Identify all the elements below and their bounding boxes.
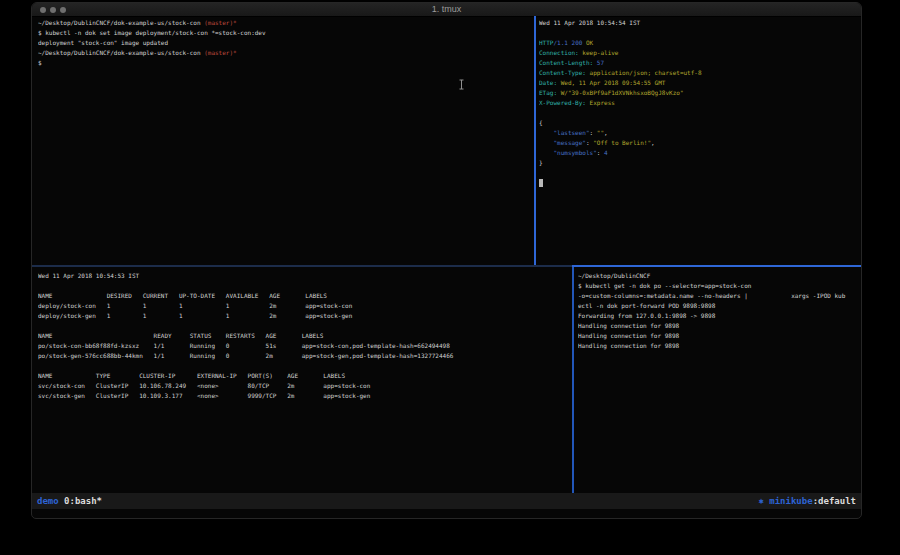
terminal-line	[38, 281, 570, 291]
status-left: demo 0:bash*	[37, 493, 102, 509]
terminal-line: Handling connection for 9898	[578, 331, 861, 341]
json-comma: ,	[604, 129, 608, 136]
header-value: 57	[593, 59, 604, 66]
terminal-line	[38, 361, 570, 371]
header-value: Wed, 11 Apr 2018 09:54:55 GMT	[557, 79, 665, 86]
table-row: svc/stock-con ClusterIP 10.106.78.249 <n…	[38, 381, 570, 391]
json-value: ""	[597, 129, 604, 136]
git-branch: (master)*	[204, 19, 237, 26]
http-header: Connection: keep-alive	[539, 48, 859, 58]
kube-context: minikube	[764, 496, 813, 506]
table-row: deploy/stock-con 1 1 1 1 2m app=stock-co…	[38, 301, 570, 311]
terminal-line	[539, 178, 859, 188]
header-value: W/"39-0xBPf9aF1dXVNkhsxoBQgJ8vKzo"	[557, 89, 683, 96]
http-version-code: /1.1 200	[553, 39, 582, 46]
http-proto: HTTP	[539, 39, 553, 46]
pane-top-right-http[interactable]: Wed 11 Apr 2018 10:54:54 IST HTTP/1.1 20…	[539, 18, 859, 265]
header-value: application/json; charset=utf-8	[586, 69, 702, 76]
table-row: po/stock-con-bb68f88fd-kzsxz 1/1 Running…	[38, 341, 570, 351]
status-right: ⎈ minikube:default	[758, 493, 856, 509]
terminal-line: Handling connection for 9898	[578, 321, 861, 331]
table-row: po/stock-gen-576cc688bb-44kmn 1/1 Runnin…	[38, 351, 570, 361]
terminal-line: $ kubectl get -n dok po --selector=app=s…	[578, 281, 861, 291]
table-header: NAME TYPE CLUSTER-IP EXTERNAL-IP PORT(S)…	[38, 371, 570, 381]
json-key: "numsymbols"	[539, 149, 597, 156]
terminal-line: $	[38, 58, 533, 68]
terminal-line: Wed 11 Apr 2018 10:54:54 IST	[539, 18, 859, 28]
header-value: keep-alive	[579, 49, 619, 56]
terminal-line: Forwarding from 127.0.0.1:9898 -> 9898	[578, 311, 861, 321]
json-value: "Off to Berlin!"	[593, 139, 651, 146]
pane-divider-horizontal-right[interactable]	[572, 265, 862, 267]
terminal-line: $ kubectl -n dok set image deployment/st…	[38, 28, 533, 38]
json-sep: :	[590, 129, 597, 136]
terminal-line: deployment "stock-con" image updated	[38, 38, 533, 48]
git-branch: (master)*	[204, 49, 237, 56]
prompt-path: ~/Desktop/DublinCNCF/dok-example-us/stoc…	[38, 19, 204, 26]
json-key: "lastseen"	[539, 129, 590, 136]
window-title: 1. tmux	[32, 4, 861, 14]
header-key: Date:	[539, 79, 557, 86]
table-header: NAME READY STATUS RESTARTS AGE LABELS	[38, 331, 570, 341]
terminal-line: ectl -n dok port-forward POD 9898:9898	[578, 301, 861, 311]
pane-bottom-right-portforward[interactable]: ~/Desktop/DublinCNCF $ kubectl get -n do…	[578, 271, 861, 493]
mouse-ibeam-cursor	[458, 75, 465, 94]
terminal-line: Wed 11 Apr 2018 10:54:53 IST	[38, 271, 570, 281]
http-header: ETag: W/"39-0xBPf9aF1dXVNkhsxoBQgJ8vKzo"	[539, 88, 859, 98]
terminal-line: ~/Desktop/DublinCNCF/dok-example-us/stoc…	[38, 48, 533, 58]
terminal-line	[539, 28, 859, 38]
pane-divider-horizontal-left[interactable]	[32, 265, 572, 267]
pane-bottom-left-kubectl[interactable]: Wed 11 Apr 2018 10:54:53 IST NAME DESIRE…	[38, 271, 570, 493]
terminal-line: ~/Desktop/DublinCNCF/dok-example-us/stoc…	[38, 18, 533, 28]
http-header: Date: Wed, 11 Apr 2018 09:54:55 GMT	[539, 78, 859, 88]
window-titlebar[interactable]: 1. tmux	[32, 3, 861, 17]
terminal-line: ~/Desktop/DublinCNCF	[578, 271, 861, 281]
json-brace: {	[539, 118, 859, 128]
tmux-status-bar: demo 0:bash* ⎈ minikube:default	[32, 493, 861, 509]
http-header: X-Powered-By: Express	[539, 98, 859, 108]
header-key: Content-Length:	[539, 59, 593, 66]
json-value: 4	[604, 149, 608, 156]
pane-divider-vertical-top[interactable]	[534, 16, 536, 265]
http-status-line: HTTP/1.1 200 OK	[539, 38, 859, 48]
json-comma: ,	[651, 139, 655, 146]
session-name: demo	[37, 496, 59, 506]
terminal-window: 1. tmux ~/Desktop/DublinCNCF/dok-example…	[31, 2, 862, 519]
table-header: NAME DESIRED CURRENT UP-TO-DATE AVAILABL…	[38, 291, 570, 301]
header-key: X-Powered-By:	[539, 99, 586, 106]
header-key: Connection:	[539, 49, 579, 56]
http-header: Content-Type: application/json; charset=…	[539, 68, 859, 78]
table-row: deploy/stock-gen 1 1 1 1 2m app=stock-ge…	[38, 311, 570, 321]
header-key: Content-Type:	[539, 69, 586, 76]
terminal-line	[38, 321, 570, 331]
table-row: svc/stock-gen ClusterIP 10.109.3.177 <no…	[38, 391, 570, 401]
json-key: "message"	[539, 139, 586, 146]
http-reason: OK	[582, 39, 593, 46]
json-entry: "message": "Off to Berlin!",	[539, 138, 859, 148]
json-sep: :	[597, 149, 604, 156]
terminal-line: -o=custom-columns=:metadata.name --no-he…	[578, 291, 861, 301]
prompt-path: ~/Desktop/DublinCNCF/dok-example-us/stoc…	[38, 49, 204, 56]
header-value: Express	[586, 99, 615, 106]
json-brace: }	[539, 158, 859, 168]
terminal-line	[539, 168, 859, 178]
desktop-background: 1. tmux ~/Desktop/DublinCNCF/dok-example…	[0, 0, 900, 555]
pane-top-left-shell[interactable]: ~/Desktop/DublinCNCF/dok-example-us/stoc…	[38, 18, 533, 265]
json-entry: "lastseen": "",	[539, 128, 859, 138]
kube-namespace: :default	[813, 496, 856, 506]
pane-divider-vertical-bottom[interactable]	[572, 267, 574, 493]
window-tab[interactable]: 0:bash*	[59, 496, 102, 506]
terminal-line	[539, 108, 859, 118]
http-header: Content-Length: 57	[539, 58, 859, 68]
header-key: ETag:	[539, 89, 557, 96]
json-entry: "numsymbols": 4	[539, 148, 859, 158]
terminal-cursor	[539, 179, 543, 187]
terminal-line: Handling connection for 9898	[578, 341, 861, 351]
